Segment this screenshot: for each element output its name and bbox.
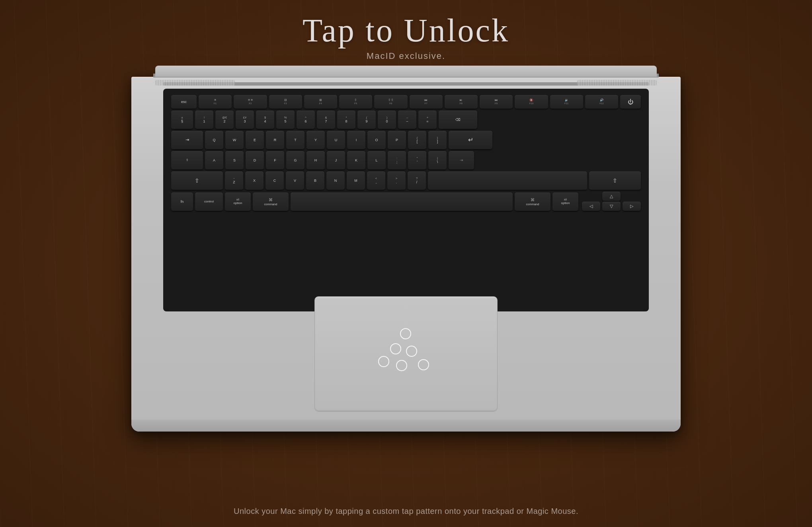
main-title: Tap to Unlock [0,12,812,49]
key-4[interactable]: $4 [256,111,274,129]
key-q[interactable]: Q [205,131,223,149]
key-semicolon[interactable]: :; [388,151,406,169]
key-arrow-down[interactable]: ▽ [602,202,621,211]
description-text: Unlock your Mac simply by tapping a cust… [234,507,578,515]
key-arrow-right[interactable]: ▷ [623,202,641,211]
tap-dot [406,346,417,357]
key-comma[interactable]: <, [367,171,385,190]
key-period[interactable]: >. [387,171,406,190]
key-f9[interactable]: ⏭F9 [480,95,513,109]
key-shift-right[interactable]: ⇧ [589,171,641,190]
key-slash[interactable]: ?/ [408,171,426,190]
key-f6[interactable]: ⇧⇧F6 [374,95,407,109]
key-p[interactable]: P [388,131,406,149]
key-ctrl[interactable]: control [195,193,223,211]
key-space-filler [428,171,587,190]
key-k[interactable]: K [347,151,365,169]
key-f2[interactable]: ☀☀F2 [234,95,267,109]
key-2[interactable]: @€2 [215,111,234,129]
tap-pattern [374,328,438,380]
key-5[interactable]: %5 [276,111,295,129]
key-a[interactable]: A [205,151,223,169]
tap-dot [378,356,389,367]
key-f5[interactable]: ⇧F5 [339,95,372,109]
tap-dot [396,360,407,371]
key-o[interactable]: O [367,131,386,149]
key-t[interactable]: T [286,131,304,149]
key-space[interactable] [291,193,513,211]
key-enter[interactable]: ↵ [449,131,492,149]
key-9[interactable]: (9 [357,111,376,129]
zxcv-key-row: ⇧ ~Z X C V B N M <, >. ?/ ⇧ [171,171,641,190]
key-equals[interactable]: += [418,111,437,129]
key-e[interactable]: E [246,131,264,149]
key-f8[interactable]: ⏯F8 [445,95,478,109]
key-backtick[interactable]: ±§ [171,111,193,129]
key-shift-left[interactable]: ⇧ [171,171,223,190]
key-rbracket[interactable]: }] [428,131,447,149]
arrow-key-cluster: △ ◁ ▽ ▷ [582,192,641,211]
key-0[interactable]: )0 [378,111,396,129]
key-backspace[interactable]: ⌫ [439,111,477,129]
key-f1[interactable]: ☀F1 [199,95,232,109]
key-f[interactable]: F [266,151,284,169]
key-3[interactable]: £#3 [236,111,254,129]
key-capslock[interactable]: ⇪ [171,151,203,169]
key-h[interactable]: H [306,151,325,169]
tap-dot [400,328,411,339]
key-y[interactable]: Y [306,131,325,149]
key-f11[interactable]: 🔉F11 [550,95,583,109]
key-f7[interactable]: ⏮F7 [410,95,443,109]
key-tab[interactable]: ⇥ [171,131,203,149]
key-c[interactable]: C [265,171,284,190]
key-quote[interactable]: "' [408,151,426,169]
key-command-right[interactable]: ⌘command [515,193,550,211]
key-fn[interactable]: fn [171,193,193,211]
laptop-lid-top [155,66,657,77]
key-option-left[interactable]: altoption [225,193,251,211]
key-f4[interactable]: ⊞F4 [304,95,337,109]
trackpad[interactable] [314,296,498,412]
key-f10[interactable]: 🔇F10 [515,95,548,109]
key-x[interactable]: X [245,171,264,190]
laptop-body: esc ☀F1 ☀☀F2 ⊟F3 ⊞F4 ⇧F5 ⇧⇧F6 ⏮F7 ⏯F8 ⏭F… [131,77,681,432]
key-n[interactable]: N [326,171,345,190]
key-esc[interactable]: esc [171,95,197,109]
description-area: Unlock your Mac simply by tapping a cust… [0,507,812,516]
key-arrow-up[interactable]: △ [602,192,621,201]
macbook-image: esc ☀F1 ☀☀F2 ⊟F3 ⊞F4 ⇧F5 ⇧⇧F6 ⏮F7 ⏯F8 ⏭F… [131,66,681,432]
key-v[interactable]: V [286,171,304,190]
keyboard: esc ☀F1 ☀☀F2 ⊟F3 ⊞F4 ⇧F5 ⇧⇧F6 ⏮F7 ⏯F8 ⏭F… [163,89,649,311]
key-lbracket[interactable]: {[ [408,131,426,149]
tap-dot [418,359,429,370]
key-u[interactable]: U [327,131,345,149]
key-m[interactable]: M [347,171,365,190]
key-d[interactable]: D [246,151,264,169]
speaker-right [577,80,657,86]
key-i[interactable]: I [347,131,365,149]
key-minus[interactable]: –– [398,111,416,129]
key-s[interactable]: S [225,151,244,169]
key-shift-right-indicator[interactable]: ⇥ [449,151,474,169]
key-arrow-left[interactable]: ◁ [582,202,600,211]
key-7[interactable]: &7 [317,111,335,129]
key-b[interactable]: B [306,171,324,190]
key-g[interactable]: G [286,151,304,169]
key-command-left[interactable]: ⌘command [253,193,289,211]
asdf-key-row: ⇪ A S D F G H J K L :; "' |\ ⇥ [171,151,641,169]
speaker-left [155,80,235,86]
key-l[interactable]: L [367,151,386,169]
key-6[interactable]: ^6 [297,111,315,129]
key-option-right[interactable]: altoption [552,193,578,211]
key-power[interactable]: ⏻ [620,95,641,109]
key-z[interactable]: ~Z [225,171,243,190]
key-8[interactable]: *8 [337,111,355,129]
laptop-bottom-bezel [131,420,681,432]
key-1[interactable]: !1 [195,111,213,129]
key-w[interactable]: W [225,131,244,149]
key-backslash[interactable]: |\ [428,151,447,169]
key-j[interactable]: J [327,151,345,169]
key-r[interactable]: R [266,131,284,149]
key-f12[interactable]: 🔊F12 [585,95,618,109]
key-f3[interactable]: ⊟F3 [269,95,302,109]
